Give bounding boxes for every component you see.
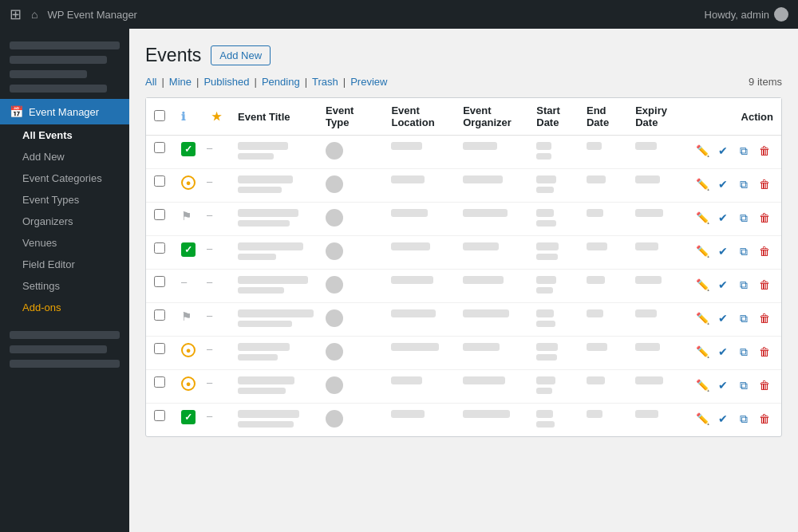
- sidebar-item-settings[interactable]: Settings: [22, 275, 129, 297]
- approve-icon[interactable]: ✔: [714, 376, 732, 394]
- row-checkbox-cell[interactable]: [146, 236, 173, 270]
- approve-icon[interactable]: ✔: [714, 175, 732, 193]
- row-dash-cell: –: [203, 303, 230, 337]
- trash-icon[interactable]: 🗑: [756, 410, 773, 428]
- event-title-ph-2: [238, 153, 274, 160]
- organizer-ph: [463, 376, 505, 384]
- home-icon[interactable]: ⌂: [31, 8, 38, 21]
- row-checkbox-5[interactable]: [154, 276, 165, 287]
- row-checkbox-2[interactable]: [154, 175, 165, 187]
- trash-icon[interactable]: 🗑: [756, 276, 773, 294]
- table-row: – – ✏️ ✔ ⧉ 🗑: [146, 270, 781, 303]
- location-ph: [391, 242, 430, 250]
- row-event-type-cell: [318, 169, 383, 203]
- action-header: Action: [685, 98, 781, 136]
- sidebar-item-event-types[interactable]: Event Types: [22, 189, 129, 211]
- approve-icon[interactable]: ✔: [714, 410, 732, 428]
- sidebar-item-event-categories[interactable]: Event Categories: [22, 167, 129, 189]
- approve-icon[interactable]: ✔: [714, 343, 732, 361]
- select-all-checkbox[interactable]: [154, 110, 165, 121]
- trash-icon[interactable]: 🗑: [756, 175, 773, 193]
- copy-icon[interactable]: ⧉: [735, 175, 753, 193]
- row-checkbox-cell[interactable]: [146, 370, 173, 404]
- edit-icon[interactable]: ✏️: [693, 276, 711, 294]
- row-checkbox-6[interactable]: [154, 309, 165, 321]
- event-title-ph-2: [238, 321, 292, 327]
- trash-icon[interactable]: 🗑: [756, 142, 773, 160]
- row-status-cell: ●: [173, 169, 203, 203]
- sidebar-item-venues[interactable]: Venues: [22, 232, 129, 254]
- row-checkbox-1[interactable]: [154, 142, 165, 153]
- row-event-title-cell: [230, 203, 318, 236]
- edit-icon[interactable]: ✏️: [693, 142, 711, 160]
- subnav-published[interactable]: Published: [203, 76, 249, 88]
- edit-icon[interactable]: ✏️: [693, 242, 711, 260]
- approve-icon[interactable]: ✔: [714, 209, 732, 227]
- edit-icon[interactable]: ✏️: [693, 343, 711, 361]
- sidebar-item-add-ons[interactable]: Add-ons: [22, 297, 129, 318]
- copy-icon[interactable]: ⧉: [735, 142, 753, 160]
- subnav-all[interactable]: All: [145, 76, 156, 88]
- expiry-ph: [635, 175, 660, 183]
- copy-icon[interactable]: ⧉: [735, 343, 753, 361]
- select-all-col[interactable]: [146, 98, 173, 136]
- row-checkbox-cell[interactable]: [146, 404, 173, 437]
- subnav-mine[interactable]: Mine: [169, 76, 192, 88]
- sidebar-item-all-events[interactable]: All Events: [22, 124, 129, 146]
- add-new-button[interactable]: Add New: [211, 45, 271, 65]
- row-organizer-cell: [455, 169, 528, 203]
- row-checkbox-cell[interactable]: [146, 169, 173, 203]
- subnav-pending[interactable]: Pending: [262, 76, 300, 88]
- trash-icon[interactable]: 🗑: [756, 343, 773, 361]
- user-avatar[interactable]: [774, 7, 788, 22]
- copy-icon[interactable]: ⧉: [735, 209, 753, 227]
- row-checkbox-cell[interactable]: [146, 303, 173, 337]
- row-checkbox-3[interactable]: [154, 209, 165, 220]
- sidebar-item-field-editor[interactable]: Field Editor: [22, 254, 129, 275]
- sidebar-item-organizers[interactable]: Organizers: [22, 211, 129, 232]
- approve-icon[interactable]: ✔: [714, 142, 732, 160]
- start-date-ph-2: [536, 321, 555, 327]
- sidebar-event-manager[interactable]: 📅 Event Manager: [0, 99, 129, 124]
- row-checkbox-cell[interactable]: [146, 136, 173, 169]
- info-col-header: ℹ: [173, 98, 203, 136]
- copy-icon[interactable]: ⧉: [735, 276, 753, 294]
- edit-icon[interactable]: ✏️: [693, 209, 711, 227]
- event-organizer-header: Event Organizer: [455, 98, 528, 136]
- row-status-cell: ✓: [173, 404, 203, 437]
- trash-icon[interactable]: 🗑: [756, 209, 773, 227]
- start-date-ph-2: [536, 421, 555, 428]
- subnav-trash[interactable]: Trash: [312, 76, 338, 88]
- row-checkbox-cell[interactable]: [146, 337, 173, 370]
- row-checkbox-7[interactable]: [154, 343, 165, 354]
- organizer-ph: [463, 276, 504, 284]
- row-end-date-cell: [579, 404, 627, 437]
- sidebar-item-add-new[interactable]: Add New: [22, 146, 129, 167]
- subnav-preview[interactable]: Preview: [350, 76, 387, 88]
- trash-icon[interactable]: 🗑: [756, 309, 773, 327]
- row-checkbox-9[interactable]: [154, 410, 165, 421]
- copy-icon[interactable]: ⧉: [735, 309, 753, 327]
- approve-icon[interactable]: ✔: [714, 309, 732, 327]
- copy-icon[interactable]: ⧉: [735, 242, 753, 260]
- table-row: ● – ✏️ ✔ ⧉ 🗑: [146, 337, 781, 370]
- edit-icon[interactable]: ✏️: [693, 410, 711, 428]
- location-ph: [391, 309, 436, 317]
- edit-icon[interactable]: ✏️: [693, 376, 711, 394]
- trash-icon[interactable]: 🗑: [756, 376, 773, 394]
- trash-icon[interactable]: 🗑: [756, 242, 773, 260]
- event-title-ph-1: [238, 209, 298, 217]
- copy-icon[interactable]: ⧉: [735, 410, 753, 428]
- approve-icon[interactable]: ✔: [714, 276, 732, 294]
- row-checkbox-4[interactable]: [154, 242, 165, 254]
- row-organizer-cell: [455, 203, 528, 236]
- approve-icon[interactable]: ✔: [714, 242, 732, 260]
- copy-icon[interactable]: ⧉: [735, 376, 753, 394]
- edit-icon[interactable]: ✏️: [693, 175, 711, 193]
- edit-icon[interactable]: ✏️: [693, 309, 711, 327]
- row-checkbox-cell[interactable]: [146, 270, 173, 303]
- row-expiry-date-cell: [627, 370, 685, 404]
- row-action-cell: ✏️ ✔ ⧉ 🗑: [685, 404, 781, 437]
- row-checkbox-cell[interactable]: [146, 203, 173, 236]
- row-checkbox-8[interactable]: [154, 376, 165, 388]
